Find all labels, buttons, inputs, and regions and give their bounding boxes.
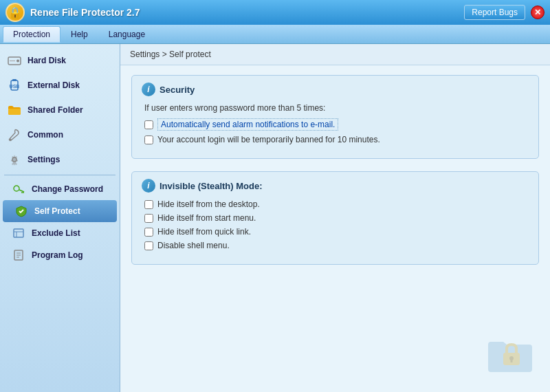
security-desc: If user enters wrong password more than … [142,103,529,113]
checkbox-disable-shell[interactable] [144,241,153,250]
svg-text:USB: USB [10,84,20,89]
title-bar-left: 🔒 Renee File Protector 2.7 [6,3,140,22]
sidebar-item-settings[interactable]: Settings [0,147,120,172]
svg-rect-21 [511,360,513,362]
usb-icon: USB [7,78,22,93]
checkbox-hide-quick-label: Hide itself from quick link. [157,227,251,237]
checkbox-ban[interactable] [144,135,153,144]
info-icon-stealth: i [142,179,155,193]
report-bugs-button[interactable]: Report Bugs [464,5,525,20]
checkbox-hide-start-label: Hide itself from start menu. [157,213,256,223]
shared-folder-label: Shared Folder [28,105,83,115]
exclude-icon [11,226,26,241]
common-label: Common [28,130,63,140]
program-log-label: Program Log [32,250,83,260]
stealth-section: i Invisible (Stealth) Mode: Hide itself … [131,171,539,265]
svg-line-9 [19,190,24,192]
hdd-icon [7,53,22,68]
close-button[interactable]: ✕ [531,6,544,19]
sidebar-divider [4,175,116,175]
checkbox-hide-desktop-label: Hide itself from the desktop. [157,199,260,209]
svg-point-6 [10,139,12,141]
sidebar-item-hard-disk[interactable]: Hard Disk [0,48,120,73]
stealth-title: Invisible (Stealth) Mode: [160,181,263,191]
hard-disk-label: Hard Disk [28,56,66,65]
sidebar-item-exclude-list[interactable]: Exclude List [0,222,120,244]
title-bar-right: Report Bugs ✕ [464,5,544,20]
checkbox-alarm-label: Automatically send alarm notifications t… [157,118,338,131]
sidebar-item-program-log[interactable]: Program Log [0,244,120,266]
breadcrumb: Settings > Self protect [120,44,550,65]
svg-point-1 [16,60,19,63]
menu-tab-help[interactable]: Help [60,26,98,43]
exclude-list-label: Exclude List [32,228,80,238]
sidebar-item-common[interactable]: Common [0,122,120,147]
svg-rect-4 [12,79,16,81]
checkbox-hide-start[interactable] [144,214,153,223]
app-title: Renee File Protector 2.7 [30,7,140,18]
checkbox-row-shell: Disable shell menu. [142,241,529,250]
sidebar-item-external-disk[interactable]: USB External Disk [0,73,120,98]
security-section: i Security If user enters wrong password… [131,75,539,159]
key-icon [11,182,26,197]
main-layout: Hard Disk USB External Disk Shared Folde… [0,44,550,392]
folder-icon [7,102,22,118]
security-section-header: i Security [142,83,529,96]
settings-label: Settings [28,155,60,164]
content-scroll: i Security If user enters wrong password… [120,65,550,392]
sidebar-item-self-protect[interactable]: Self Protect [3,200,117,222]
watermark-lock [483,325,538,382]
checkbox-row-desktop: Hide itself from the desktop. [142,199,529,209]
external-disk-label: External Disk [28,80,80,90]
app-icon: 🔒 [6,3,25,22]
info-icon-security: i [142,83,155,96]
checkbox-alarm[interactable] [144,120,153,129]
change-password-label: Change Password [32,184,103,194]
security-title: Security [160,85,195,95]
checkbox-ban-label: Your account login will be temporarily b… [157,135,380,144]
menu-tab-protection[interactable]: Protection [3,26,60,43]
sidebar-item-shared-folder[interactable]: Shared Folder [0,98,120,122]
title-bar: 🔒 Renee File Protector 2.7 Report Bugs ✕ [0,0,550,25]
sidebar-item-change-password[interactable]: Change Password [0,178,120,200]
svg-point-8 [14,186,19,191]
content-area: Settings > Self protect i Security If us… [120,44,550,392]
menu-tab-language[interactable]: Language [98,26,155,43]
checkbox-hide-desktop[interactable] [144,200,153,209]
checkbox-row-ban: Your account login will be temporarily b… [142,135,529,144]
menu-bar: Protection Help Language [0,25,550,44]
self-protect-label: Self Protect [34,206,80,216]
log-icon [11,248,26,263]
gear-icon [7,152,22,167]
checkbox-row-start: Hide itself from start menu. [142,213,529,223]
checkbox-hide-quick[interactable] [144,228,153,237]
checkbox-row-alarm: Automatically send alarm notifications t… [142,118,529,131]
checkbox-row-quick: Hide itself from quick link. [142,227,529,237]
wrench-icon [7,127,22,142]
shield-icon [14,204,29,219]
stealth-section-header: i Invisible (Stealth) Mode: [142,179,529,193]
checkbox-disable-shell-label: Disable shell menu. [157,241,230,250]
sidebar: Hard Disk USB External Disk Shared Folde… [0,44,120,392]
svg-rect-12 [14,229,23,237]
